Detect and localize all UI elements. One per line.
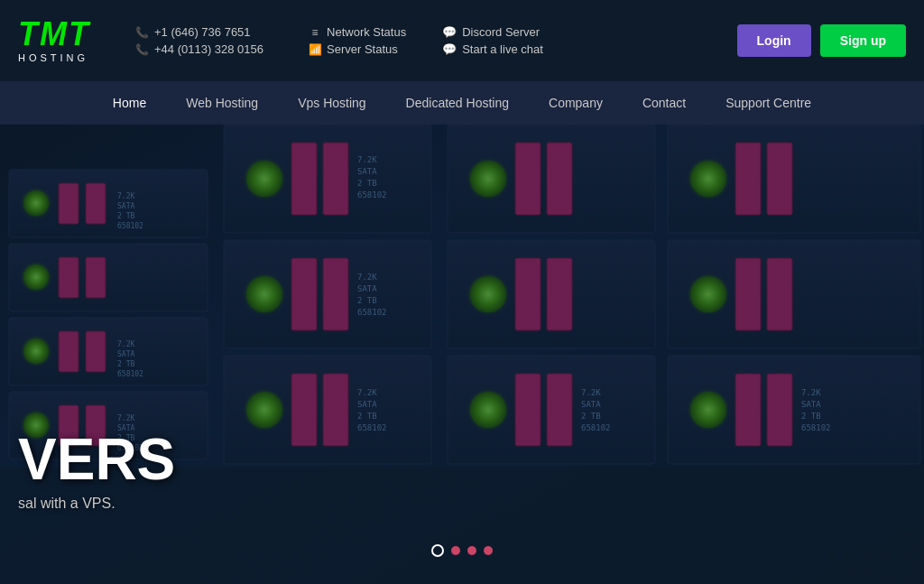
hero-title: VERS (18, 431, 175, 488)
phone1-row: 📞 +1 (646) 736 7651 (135, 25, 263, 39)
top-bar-middle: 📞 +1 (646) 736 7651 📞 +44 (0113) 328 015… (117, 25, 737, 56)
carousel-dot-2[interactable] (451, 546, 460, 555)
status-links: ≡ Network Status 📶 Server Status (309, 25, 406, 56)
live-chat-link[interactable]: 💬 Start a live chat (442, 42, 543, 56)
phone2-row: 📞 +44 (0113) 328 0156 (135, 42, 263, 56)
nav-item-dedicated-hosting[interactable]: Dedicated Hosting (386, 83, 529, 123)
signup-button[interactable]: Sign up (820, 24, 906, 57)
carousel-dots (431, 544, 493, 557)
phone2-icon: 📞 (135, 43, 149, 56)
discord-icon: 💬 (442, 25, 457, 39)
phone1-number: +1 (646) 736 7651 (154, 25, 251, 39)
server-status-label: Server Status (327, 42, 398, 56)
contact-info: 📞 +1 (646) 736 7651 📞 +44 (0113) 328 015… (135, 25, 263, 56)
hero-background: 7.2K SATA 2 TB 658102 7.2K SATA 2 TB 658… (0, 125, 924, 584)
top-bar: TMT HOSTING 📞 +1 (646) 736 7651 📞 +44 (0… (0, 0, 924, 81)
network-status-icon: ≡ (309, 26, 321, 39)
nav-item-vps-hosting[interactable]: Vps Hosting (278, 83, 385, 123)
discord-server-link[interactable]: 💬 Discord Server (442, 25, 543, 39)
nav-item-home[interactable]: Home (93, 83, 166, 123)
hero-subtitle: sal with a VPS. (18, 496, 175, 512)
nav-item-web-hosting[interactable]: Web Hosting (166, 83, 278, 123)
hero-section: 7.2K SATA 2 TB 658102 7.2K SATA 2 TB 658… (0, 125, 924, 584)
network-status-label: Network Status (327, 25, 406, 39)
login-button[interactable]: Login (737, 24, 811, 57)
logo-tmt: TMT (18, 18, 90, 51)
live-chat-icon: 💬 (442, 42, 457, 56)
network-status-link[interactable]: ≡ Network Status (309, 25, 406, 39)
carousel-dot-1[interactable] (431, 544, 444, 557)
hero-text: VERS sal with a VPS. (18, 431, 175, 512)
discord-server-label: Discord Server (462, 25, 540, 39)
logo: TMT HOSTING (18, 18, 90, 63)
nav-item-company[interactable]: Company (529, 83, 623, 123)
phone2-number: +44 (0113) 328 0156 (154, 42, 263, 56)
carousel-dot-4[interactable] (484, 546, 493, 555)
auth-buttons: Login Sign up (737, 24, 906, 57)
discord-links: 💬 Discord Server 💬 Start a live chat (442, 25, 543, 56)
carousel-dot-3[interactable] (467, 546, 476, 555)
server-status-link[interactable]: 📶 Server Status (309, 42, 406, 56)
nav-bar: Home Web Hosting Vps Hosting Dedicated H… (0, 81, 924, 125)
phone1-icon: 📞 (135, 26, 149, 39)
live-chat-label: Start a live chat (462, 42, 543, 56)
logo-hosting: HOSTING (18, 52, 88, 63)
nav-item-contact[interactable]: Contact (623, 83, 706, 123)
server-status-icon: 📶 (309, 43, 321, 56)
nav-item-support-centre[interactable]: Support Centre (706, 83, 831, 123)
